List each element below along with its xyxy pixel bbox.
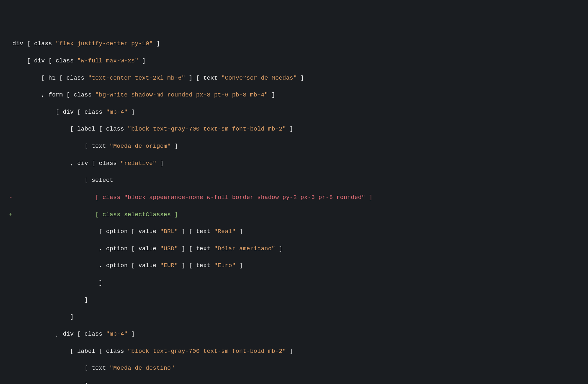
code-segment: [ option [ value	[12, 228, 160, 235]
diff-blank-marker	[9, 381, 12, 384]
code-segment: ] [ text	[178, 228, 214, 235]
code-line: [ div [ class "mb-4" ]	[0, 108, 588, 117]
code-segment: "text-center text-2xl mb-6"	[88, 75, 185, 82]
code-line: , option [ value "USD" ] [ text "Dólar a…	[0, 245, 588, 253]
code-line: ]	[0, 313, 588, 322]
code-line: [ text "Moeda de destino"	[0, 364, 588, 373]
diff-blank-marker	[9, 160, 12, 168]
code-line: div [ class "flex justify-center py-10" …	[0, 40, 588, 48]
code-segment: ]	[153, 40, 160, 47]
diff-blank-marker	[9, 108, 12, 117]
code-segment: [ class	[12, 194, 124, 201]
code-line: , div [ class "mb-4" ]	[0, 330, 588, 339]
code-segment: [ select	[12, 177, 113, 184]
diff-removed-marker: -	[9, 194, 12, 202]
code-segment: ]	[12, 280, 103, 286]
code-diff-block: div [ class "flex justify-center py-10" …	[0, 40, 588, 384]
code-segment: "Euro"	[214, 262, 236, 269]
code-segment: ]	[236, 228, 243, 235]
diff-blank-marker	[9, 347, 12, 356]
code-segment: ]	[365, 194, 373, 201]
diff-blank-marker	[9, 364, 12, 373]
diff-blank-marker	[9, 142, 12, 151]
code-segment: , option [ value	[12, 262, 160, 269]
code-segment: ] [ text	[185, 75, 221, 82]
code-segment: [ text	[12, 365, 110, 372]
code-line: [ label [ class "block text-gray-700 tex…	[0, 125, 588, 134]
code-segment: ]	[12, 382, 88, 384]
code-segment: div [ class	[12, 40, 56, 47]
diff-blank-marker	[9, 74, 12, 83]
code-segment: [ class selectClasses ]	[12, 211, 178, 218]
code-line: ]	[0, 381, 588, 384]
code-segment: "EUR"	[160, 262, 178, 269]
code-segment: "relative"	[120, 160, 156, 167]
code-segment: "USD"	[160, 245, 178, 252]
code-segment: ]	[156, 160, 164, 167]
code-segment: ]	[268, 92, 276, 98]
code-line: [ div [ class "w-full max-w-xs" ]	[0, 57, 588, 66]
code-segment: [ label [ class	[12, 348, 128, 355]
code-segment: "mb-4"	[106, 331, 128, 338]
code-segment: "BRL"	[160, 228, 178, 235]
code-segment: ] [ text	[178, 262, 214, 269]
code-segment: [ h1 [ class	[12, 75, 88, 82]
code-line: , option [ value "EUR" ] [ text "Euro" ]	[0, 262, 588, 270]
diff-blank-marker	[9, 279, 12, 288]
diff-blank-marker	[9, 40, 12, 48]
diff-blank-marker	[9, 125, 12, 134]
code-segment: "block appearance-none w-full border sha…	[124, 194, 365, 201]
code-line: [ option [ value "BRL" ] [ text "Real" ]	[0, 228, 588, 236]
code-segment: [ text	[12, 143, 110, 150]
code-segment: ]	[128, 109, 135, 116]
code-line: , form [ class "bg-white shadow-md round…	[0, 91, 588, 100]
diff-blank-marker	[9, 91, 12, 100]
code-segment: "w-full max-w-xs"	[77, 58, 139, 64]
code-segment: "mb-4"	[106, 109, 128, 116]
code-line: ]	[0, 279, 588, 288]
code-segment: "Moeda de origem"	[110, 143, 171, 150]
code-line: - [ class "block appearance-none w-full …	[0, 194, 588, 202]
diff-blank-marker	[9, 262, 12, 270]
code-segment: ]	[12, 314, 74, 320]
code-segment: ] [ text	[178, 245, 214, 252]
code-line: , div [ class "relative" ]	[0, 160, 588, 168]
code-segment: "block text-gray-700 text-sm font-bold m…	[128, 126, 286, 132]
code-line: ]	[0, 296, 588, 305]
code-segment: ]	[297, 75, 304, 82]
diff-blank-marker	[9, 330, 12, 339]
code-segment: ]	[275, 245, 283, 252]
diff-added-marker: +	[9, 211, 12, 219]
code-line: [ select	[0, 176, 588, 185]
code-segment: ]	[128, 331, 135, 338]
code-segment: "Moeda de destino"	[110, 365, 174, 372]
code-segment: [ label [ class	[12, 126, 128, 132]
code-segment: "bg-white shadow-md rounded px-8 pt-6 pb…	[95, 92, 268, 98]
code-segment: ]	[236, 262, 243, 269]
code-line: [ text "Moeda de origem" ]	[0, 142, 588, 151]
code-segment: , div [ class	[12, 331, 106, 338]
diff-blank-marker	[9, 176, 12, 185]
code-segment: [ div [ class	[12, 109, 106, 116]
code-segment: , option [ value	[12, 245, 160, 252]
code-line: [ label [ class "block text-gray-700 tex…	[0, 347, 588, 356]
code-segment: "Real"	[214, 228, 236, 235]
diff-blank-marker	[9, 313, 12, 322]
code-segment: ]	[286, 126, 293, 132]
code-segment: , div [ class	[12, 160, 120, 167]
code-line: [ h1 [ class "text-center text-2xl mb-6"…	[0, 74, 588, 83]
code-segment: "Dólar americano"	[214, 245, 275, 252]
diff-blank-marker	[9, 57, 12, 66]
code-line: + [ class selectClasses ]	[0, 211, 588, 219]
code-segment: "flex justify-center py-10"	[56, 40, 153, 47]
code-segment: , form [ class	[12, 92, 95, 98]
diff-blank-marker	[9, 228, 12, 236]
code-segment: ]	[139, 58, 146, 64]
code-segment: ]	[286, 348, 293, 355]
diff-blank-marker	[9, 296, 12, 305]
code-segment: "Conversor de Moedas"	[221, 75, 297, 82]
code-segment: [ div [ class	[12, 58, 77, 64]
code-segment: "block text-gray-700 text-sm font-bold m…	[128, 348, 286, 355]
diff-blank-marker	[9, 245, 12, 253]
code-segment: ]	[12, 297, 88, 303]
